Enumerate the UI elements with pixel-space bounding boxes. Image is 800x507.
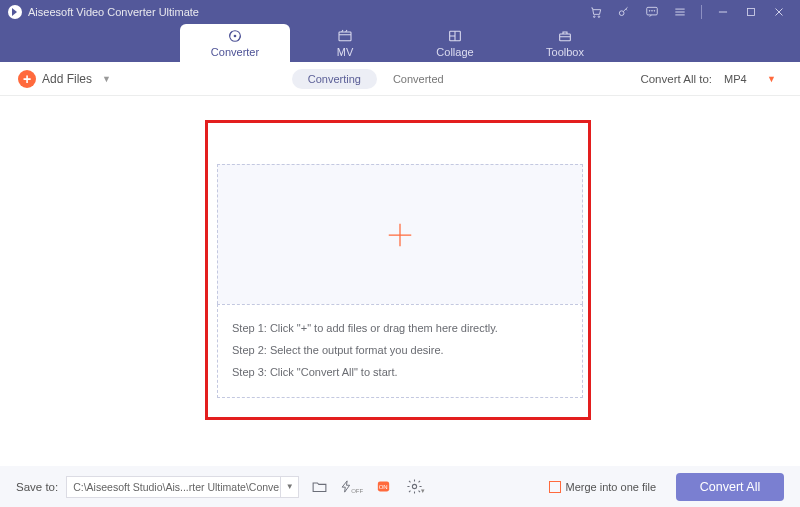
format-select[interactable]: MP4 ▼ (718, 71, 782, 87)
svg-rect-10 (339, 32, 351, 41)
tab-mv[interactable]: MV (290, 24, 400, 62)
window-controls (589, 5, 800, 19)
tab-converted[interactable]: Converted (377, 69, 460, 89)
svg-point-5 (652, 10, 653, 11)
tab-converting[interactable]: Converting (292, 69, 377, 89)
step-1: Step 1: Click "+" to add files or drag t… (232, 317, 568, 339)
drop-zone[interactable] (217, 164, 583, 304)
tab-converter-label: Converter (211, 46, 259, 58)
svg-point-1 (598, 16, 600, 18)
main-tabs: Converter MV Collage Toolbox (0, 24, 800, 62)
step-2: Step 2: Select the output format you des… (232, 339, 568, 361)
save-to-label: Save to: (16, 481, 58, 493)
tab-mv-label: MV (337, 46, 354, 58)
svg-point-6 (654, 10, 655, 11)
save-path-dropdown[interactable]: ▼ (281, 476, 299, 498)
svg-point-14 (412, 484, 416, 488)
menu-icon[interactable] (673, 5, 687, 19)
close-icon[interactable] (772, 5, 786, 19)
app-logo-icon (8, 5, 22, 19)
add-files-button[interactable]: + Add Files ▼ (18, 70, 111, 88)
app-title: Aiseesoft Video Converter Ultimate (28, 6, 199, 18)
tab-toolbox-label: Toolbox (546, 46, 584, 58)
convert-all-to: Convert All to: MP4 ▼ (640, 71, 782, 87)
svg-rect-12 (560, 34, 571, 41)
convert-all-button[interactable]: Convert All (676, 473, 784, 501)
titlebar-top: Aiseesoft Video Converter Ultimate (0, 0, 800, 24)
convert-all-to-label: Convert All to: (640, 73, 712, 85)
titlebar: Aiseesoft Video Converter Ultimate Conve… (0, 0, 800, 62)
main-content: Step 1: Click "+" to add files or drag t… (0, 96, 800, 466)
tab-converter[interactable]: Converter (180, 24, 290, 62)
plus-icon: + (18, 70, 36, 88)
bottom-bar: Save to: C:\Aiseesoft Studio\Ais...rter … (0, 466, 800, 507)
tab-collage-label: Collage (436, 46, 473, 58)
merge-checkbox[interactable]: Merge into one file (549, 481, 657, 493)
svg-point-0 (593, 16, 595, 18)
svg-point-4 (649, 10, 650, 11)
svg-rect-7 (748, 9, 755, 16)
format-selected-value: MP4 (724, 73, 747, 85)
tab-collage[interactable]: Collage (400, 24, 510, 62)
cart-icon[interactable] (589, 5, 603, 19)
open-folder-button[interactable] (307, 477, 331, 497)
key-icon[interactable] (617, 5, 631, 19)
svg-point-2 (619, 11, 624, 16)
hardware-accel-button[interactable]: OFF (339, 477, 363, 497)
tab-toolbox[interactable]: Toolbox (510, 24, 620, 62)
instructions: Step 1: Click "+" to add files or drag t… (217, 304, 583, 398)
minimize-icon[interactable] (716, 5, 730, 19)
feedback-icon[interactable] (645, 5, 659, 19)
settings-button[interactable]: ▾ (403, 477, 427, 497)
svg-point-9 (234, 35, 237, 38)
toolbar: + Add Files ▼ Converting Converted Conve… (0, 62, 800, 96)
high-speed-button[interactable]: ON (371, 477, 395, 497)
chevron-down-icon: ▼ (767, 74, 776, 84)
checkbox-icon (549, 481, 561, 493)
maximize-icon[interactable] (744, 5, 758, 19)
conversion-status-segment: Converting Converted (292, 69, 460, 89)
chevron-down-icon[interactable]: ▼ (102, 74, 111, 84)
drop-area: Step 1: Click "+" to add files or drag t… (217, 164, 583, 398)
save-path-field[interactable]: C:\Aiseesoft Studio\Ais...rter Ultimate\… (66, 476, 281, 498)
add-files-label: Add Files (42, 72, 92, 86)
step-3: Step 3: Click "Convert All" to start. (232, 361, 568, 383)
merge-label: Merge into one file (566, 481, 657, 493)
